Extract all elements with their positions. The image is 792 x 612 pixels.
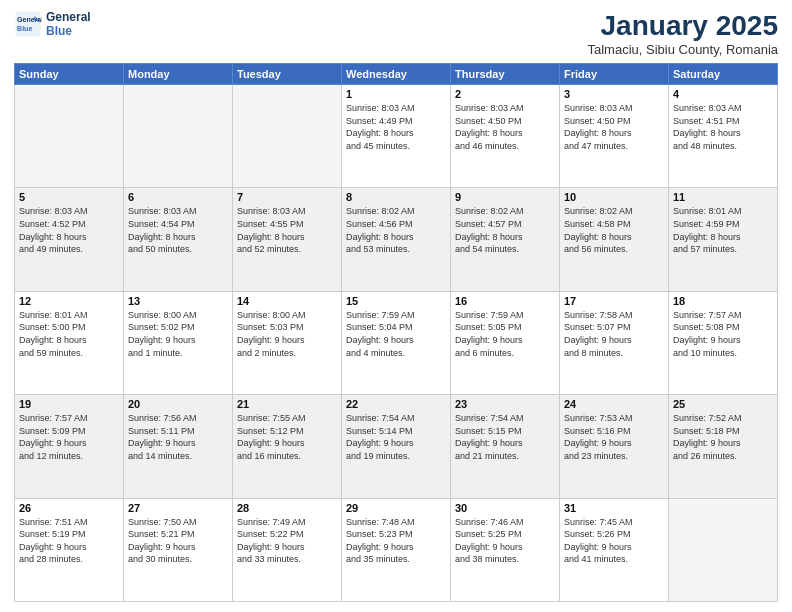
day-info: Sunrise: 8:03 AM Sunset: 4:50 PM Dayligh… bbox=[455, 102, 555, 152]
calendar-day-cell: 31Sunrise: 7:45 AM Sunset: 5:26 PM Dayli… bbox=[560, 498, 669, 601]
calendar-day-cell bbox=[15, 85, 124, 188]
calendar-week-row: 19Sunrise: 7:57 AM Sunset: 5:09 PM Dayli… bbox=[15, 395, 778, 498]
calendar-day-cell: 1Sunrise: 8:03 AM Sunset: 4:49 PM Daylig… bbox=[342, 85, 451, 188]
logo: General Blue General Blue bbox=[14, 10, 91, 39]
day-number: 16 bbox=[455, 295, 555, 307]
calendar-table: SundayMondayTuesdayWednesdayThursdayFrid… bbox=[14, 63, 778, 602]
calendar-day-cell: 10Sunrise: 8:02 AM Sunset: 4:58 PM Dayli… bbox=[560, 188, 669, 291]
calendar-day-cell: 29Sunrise: 7:48 AM Sunset: 5:23 PM Dayli… bbox=[342, 498, 451, 601]
day-info: Sunrise: 7:55 AM Sunset: 5:12 PM Dayligh… bbox=[237, 412, 337, 462]
calendar-day-cell: 27Sunrise: 7:50 AM Sunset: 5:21 PM Dayli… bbox=[124, 498, 233, 601]
month-title: January 2025 bbox=[587, 10, 778, 42]
svg-text:Blue: Blue bbox=[17, 25, 32, 32]
day-number: 6 bbox=[128, 191, 228, 203]
calendar-day-cell: 14Sunrise: 8:00 AM Sunset: 5:03 PM Dayli… bbox=[233, 291, 342, 394]
calendar-day-cell: 20Sunrise: 7:56 AM Sunset: 5:11 PM Dayli… bbox=[124, 395, 233, 498]
day-info: Sunrise: 7:54 AM Sunset: 5:14 PM Dayligh… bbox=[346, 412, 446, 462]
day-info: Sunrise: 8:02 AM Sunset: 4:56 PM Dayligh… bbox=[346, 205, 446, 255]
calendar-day-cell: 17Sunrise: 7:58 AM Sunset: 5:07 PM Dayli… bbox=[560, 291, 669, 394]
calendar-day-cell: 6Sunrise: 8:03 AM Sunset: 4:54 PM Daylig… bbox=[124, 188, 233, 291]
logo-text: General Blue bbox=[46, 10, 91, 39]
calendar-day-cell bbox=[669, 498, 778, 601]
logo-icon: General Blue bbox=[14, 10, 42, 38]
day-number: 4 bbox=[673, 88, 773, 100]
calendar-day-cell: 23Sunrise: 7:54 AM Sunset: 5:15 PM Dayli… bbox=[451, 395, 560, 498]
calendar-day-cell: 5Sunrise: 8:03 AM Sunset: 4:52 PM Daylig… bbox=[15, 188, 124, 291]
day-number: 11 bbox=[673, 191, 773, 203]
calendar-day-cell: 13Sunrise: 8:00 AM Sunset: 5:02 PM Dayli… bbox=[124, 291, 233, 394]
day-number: 13 bbox=[128, 295, 228, 307]
day-info: Sunrise: 7:48 AM Sunset: 5:23 PM Dayligh… bbox=[346, 516, 446, 566]
day-info: Sunrise: 8:03 AM Sunset: 4:52 PM Dayligh… bbox=[19, 205, 119, 255]
day-number: 23 bbox=[455, 398, 555, 410]
calendar-week-row: 1Sunrise: 8:03 AM Sunset: 4:49 PM Daylig… bbox=[15, 85, 778, 188]
day-number: 9 bbox=[455, 191, 555, 203]
day-number: 14 bbox=[237, 295, 337, 307]
svg-rect-0 bbox=[16, 12, 41, 37]
day-info: Sunrise: 7:45 AM Sunset: 5:26 PM Dayligh… bbox=[564, 516, 664, 566]
weekday-header-sunday: Sunday bbox=[15, 64, 124, 85]
title-block: January 2025 Talmaciu, Sibiu County, Rom… bbox=[587, 10, 778, 57]
calendar-day-cell: 26Sunrise: 7:51 AM Sunset: 5:19 PM Dayli… bbox=[15, 498, 124, 601]
day-number: 21 bbox=[237, 398, 337, 410]
calendar-day-cell: 2Sunrise: 8:03 AM Sunset: 4:50 PM Daylig… bbox=[451, 85, 560, 188]
day-info: Sunrise: 7:49 AM Sunset: 5:22 PM Dayligh… bbox=[237, 516, 337, 566]
header: General Blue General Blue January 2025 T… bbox=[14, 10, 778, 57]
day-number: 31 bbox=[564, 502, 664, 514]
day-number: 18 bbox=[673, 295, 773, 307]
day-info: Sunrise: 8:03 AM Sunset: 4:55 PM Dayligh… bbox=[237, 205, 337, 255]
calendar-day-cell: 25Sunrise: 7:52 AM Sunset: 5:18 PM Dayli… bbox=[669, 395, 778, 498]
calendar-day-cell: 22Sunrise: 7:54 AM Sunset: 5:14 PM Dayli… bbox=[342, 395, 451, 498]
day-number: 20 bbox=[128, 398, 228, 410]
day-info: Sunrise: 8:03 AM Sunset: 4:51 PM Dayligh… bbox=[673, 102, 773, 152]
day-number: 17 bbox=[564, 295, 664, 307]
day-number: 8 bbox=[346, 191, 446, 203]
calendar-day-cell bbox=[124, 85, 233, 188]
calendar-day-cell: 8Sunrise: 8:02 AM Sunset: 4:56 PM Daylig… bbox=[342, 188, 451, 291]
day-info: Sunrise: 8:03 AM Sunset: 4:54 PM Dayligh… bbox=[128, 205, 228, 255]
day-info: Sunrise: 8:01 AM Sunset: 4:59 PM Dayligh… bbox=[673, 205, 773, 255]
calendar-day-cell: 18Sunrise: 7:57 AM Sunset: 5:08 PM Dayli… bbox=[669, 291, 778, 394]
calendar-day-cell: 30Sunrise: 7:46 AM Sunset: 5:25 PM Dayli… bbox=[451, 498, 560, 601]
day-number: 28 bbox=[237, 502, 337, 514]
day-number: 7 bbox=[237, 191, 337, 203]
day-number: 2 bbox=[455, 88, 555, 100]
day-number: 3 bbox=[564, 88, 664, 100]
day-number: 25 bbox=[673, 398, 773, 410]
day-number: 19 bbox=[19, 398, 119, 410]
calendar-day-cell: 28Sunrise: 7:49 AM Sunset: 5:22 PM Dayli… bbox=[233, 498, 342, 601]
day-number: 29 bbox=[346, 502, 446, 514]
calendar-day-cell: 12Sunrise: 8:01 AM Sunset: 5:00 PM Dayli… bbox=[15, 291, 124, 394]
day-info: Sunrise: 7:53 AM Sunset: 5:16 PM Dayligh… bbox=[564, 412, 664, 462]
day-info: Sunrise: 8:02 AM Sunset: 4:57 PM Dayligh… bbox=[455, 205, 555, 255]
page: General Blue General Blue January 2025 T… bbox=[0, 0, 792, 612]
weekday-header-thursday: Thursday bbox=[451, 64, 560, 85]
calendar-day-cell bbox=[233, 85, 342, 188]
calendar-week-row: 12Sunrise: 8:01 AM Sunset: 5:00 PM Dayli… bbox=[15, 291, 778, 394]
day-number: 15 bbox=[346, 295, 446, 307]
day-info: Sunrise: 7:51 AM Sunset: 5:19 PM Dayligh… bbox=[19, 516, 119, 566]
weekday-header-friday: Friday bbox=[560, 64, 669, 85]
day-info: Sunrise: 8:03 AM Sunset: 4:50 PM Dayligh… bbox=[564, 102, 664, 152]
day-info: Sunrise: 8:00 AM Sunset: 5:02 PM Dayligh… bbox=[128, 309, 228, 359]
weekday-header-monday: Monday bbox=[124, 64, 233, 85]
calendar-day-cell: 7Sunrise: 8:03 AM Sunset: 4:55 PM Daylig… bbox=[233, 188, 342, 291]
day-number: 26 bbox=[19, 502, 119, 514]
calendar-day-cell: 4Sunrise: 8:03 AM Sunset: 4:51 PM Daylig… bbox=[669, 85, 778, 188]
day-number: 1 bbox=[346, 88, 446, 100]
day-number: 24 bbox=[564, 398, 664, 410]
weekday-header-wednesday: Wednesday bbox=[342, 64, 451, 85]
day-info: Sunrise: 7:59 AM Sunset: 5:05 PM Dayligh… bbox=[455, 309, 555, 359]
calendar-day-cell: 3Sunrise: 8:03 AM Sunset: 4:50 PM Daylig… bbox=[560, 85, 669, 188]
weekday-header-row: SundayMondayTuesdayWednesdayThursdayFrid… bbox=[15, 64, 778, 85]
calendar-day-cell: 9Sunrise: 8:02 AM Sunset: 4:57 PM Daylig… bbox=[451, 188, 560, 291]
day-info: Sunrise: 7:50 AM Sunset: 5:21 PM Dayligh… bbox=[128, 516, 228, 566]
calendar-week-row: 5Sunrise: 8:03 AM Sunset: 4:52 PM Daylig… bbox=[15, 188, 778, 291]
day-number: 10 bbox=[564, 191, 664, 203]
calendar-day-cell: 11Sunrise: 8:01 AM Sunset: 4:59 PM Dayli… bbox=[669, 188, 778, 291]
day-info: Sunrise: 7:59 AM Sunset: 5:04 PM Dayligh… bbox=[346, 309, 446, 359]
calendar-day-cell: 15Sunrise: 7:59 AM Sunset: 5:04 PM Dayli… bbox=[342, 291, 451, 394]
day-info: Sunrise: 8:00 AM Sunset: 5:03 PM Dayligh… bbox=[237, 309, 337, 359]
weekday-header-saturday: Saturday bbox=[669, 64, 778, 85]
day-number: 30 bbox=[455, 502, 555, 514]
